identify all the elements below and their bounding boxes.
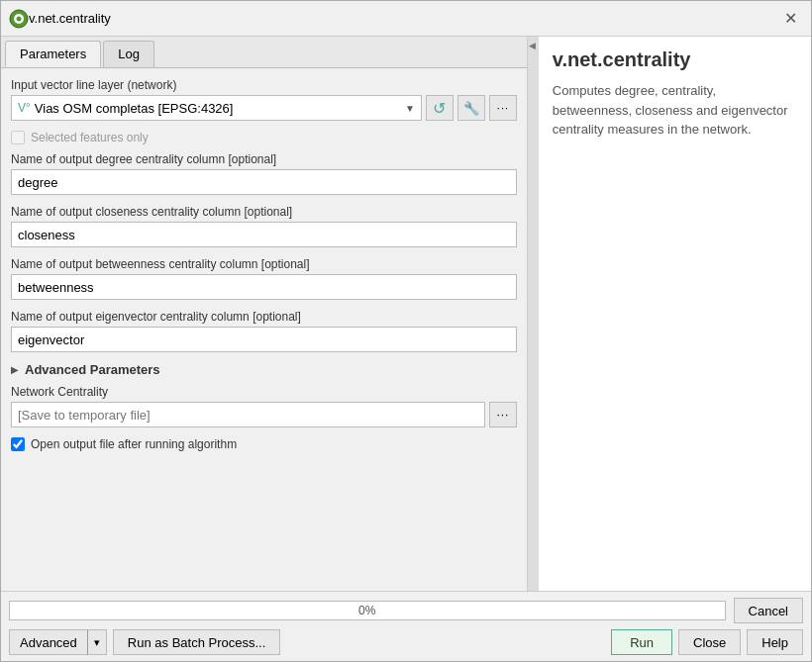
- open-output-row: Open output file after running algorithm: [11, 437, 517, 451]
- help-description: Computes degree, centrality, betweenness…: [553, 81, 797, 140]
- vector-line-icon: V°: [18, 101, 31, 115]
- advanced-button-group: Advanced ▾: [9, 629, 107, 655]
- titlebar: v.net.centrality ✕: [1, 1, 811, 37]
- window-title: v.net.centrality: [29, 11, 778, 26]
- closeness-label: Name of output closeness centrality colu…: [11, 205, 517, 219]
- selected-features-row: Selected features only: [11, 131, 517, 144]
- betweenness-input[interactable]: [11, 274, 517, 300]
- panel-separator: ◀: [528, 37, 538, 591]
- network-centrality-label: Network Centrality: [11, 385, 517, 399]
- more-options-button[interactable]: ···: [489, 95, 517, 121]
- progress-bar: 0%: [9, 601, 726, 620]
- action-row: Advanced ▾ Run as Batch Process... Run C…: [9, 629, 803, 655]
- degree-group: Name of output degree centrality column …: [11, 152, 517, 195]
- eigenvector-label: Name of output eigenvector centrality co…: [11, 310, 517, 324]
- network-centrality-input[interactable]: [11, 402, 485, 427]
- betweenness-group: Name of output betweenness centrality co…: [11, 257, 517, 300]
- svg-point-2: [17, 16, 22, 21]
- tab-parameters[interactable]: Parameters: [5, 41, 101, 67]
- main-content: Parameters Log Input vector line layer (…: [1, 37, 811, 591]
- progress-row: 0% Cancel: [9, 598, 803, 623]
- run-button[interactable]: Run: [611, 629, 672, 655]
- degree-input[interactable]: [11, 169, 517, 195]
- sep-arrow-icon: ◀: [529, 41, 536, 50]
- advanced-params-label: Advanced Parameters: [25, 362, 160, 377]
- eigenvector-input[interactable]: [11, 327, 517, 352]
- closeness-group: Name of output closeness centrality colu…: [11, 205, 517, 247]
- refresh-icon: ↺: [433, 99, 446, 118]
- right-panel: v.net.centrality Computes degree, centra…: [538, 37, 811, 591]
- parameters-scroll-area: Input vector line layer (network) V° Via…: [1, 68, 527, 591]
- left-panel: Parameters Log Input vector line layer (…: [1, 37, 528, 591]
- degree-label: Name of output degree centrality column …: [11, 152, 517, 166]
- tab-bar: Parameters Log: [1, 37, 527, 68]
- advanced-dropdown-button[interactable]: ▾: [87, 629, 107, 655]
- more-icon: ···: [497, 102, 509, 114]
- open-output-checkbox[interactable]: [11, 437, 25, 451]
- cancel-button[interactable]: Cancel: [734, 598, 803, 623]
- browse-output-button[interactable]: ···: [489, 402, 517, 427]
- input-layer-label: Input vector line layer (network): [11, 78, 517, 92]
- app-logo: [9, 9, 29, 29]
- expand-triangle-icon: ▶: [11, 364, 19, 375]
- advanced-main-button[interactable]: Advanced: [9, 629, 87, 655]
- input-layer-value: Vias OSM completas [EPSG:4326]: [35, 101, 234, 116]
- combo-dropdown-icon: ▼: [405, 103, 415, 114]
- input-layer-group: Input vector line layer (network) V° Via…: [11, 78, 517, 121]
- input-layer-combo-row: V° Vias OSM completas [EPSG:4326] ▼ ↺ 🔧: [11, 95, 517, 121]
- selected-features-checkbox[interactable]: [11, 131, 25, 144]
- refresh-layer-button[interactable]: ↺: [426, 95, 454, 121]
- closeness-input[interactable]: [11, 222, 517, 247]
- betweenness-label: Name of output betweenness centrality co…: [11, 257, 517, 271]
- open-output-label: Open output file after running algorithm: [31, 437, 237, 451]
- close-button[interactable]: Close: [678, 629, 741, 655]
- advanced-chevron-icon: ▾: [94, 636, 100, 648]
- network-centrality-row: ···: [11, 402, 517, 427]
- browse-icon: ···: [496, 408, 509, 422]
- input-layer-combo[interactable]: V° Vias OSM completas [EPSG:4326] ▼: [11, 95, 422, 121]
- batch-process-button[interactable]: Run as Batch Process...: [113, 629, 280, 655]
- advanced-params-section[interactable]: ▶ Advanced Parameters: [11, 362, 517, 377]
- close-window-button[interactable]: ✕: [778, 7, 803, 30]
- tab-log[interactable]: Log: [103, 41, 154, 67]
- main-window: v.net.centrality ✕ Parameters Log Input …: [0, 0, 812, 662]
- wrench-icon: 🔧: [463, 101, 479, 116]
- bottom-bar: 0% Cancel Advanced ▾ Run as Batch Proces…: [1, 591, 811, 661]
- help-button[interactable]: Help: [747, 629, 803, 655]
- eigenvector-group: Name of output eigenvector centrality co…: [11, 310, 517, 352]
- settings-button[interactable]: 🔧: [457, 95, 485, 121]
- selected-features-label: Selected features only: [31, 131, 149, 144]
- progress-label: 0%: [358, 604, 375, 617]
- help-title: v.net.centrality: [553, 48, 797, 71]
- network-centrality-group: Network Centrality ···: [11, 385, 517, 427]
